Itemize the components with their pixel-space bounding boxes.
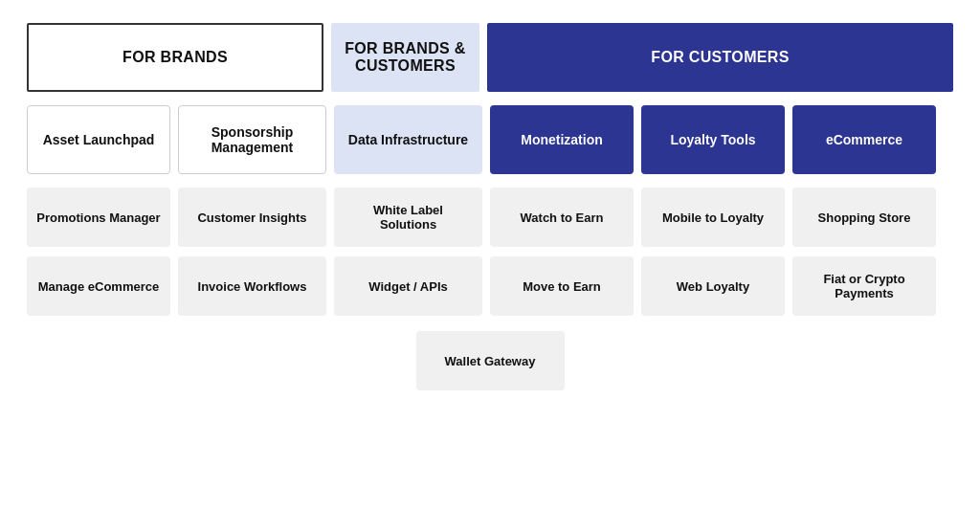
header-brands-customers-label: FOR BRANDS & CUSTOMERS bbox=[343, 40, 468, 75]
sub-invoice-workflows: Invoice Workflows bbox=[178, 256, 326, 316]
sub-widget-apis: Widget / APIs bbox=[334, 256, 482, 316]
sub-manage-ecommerce: Manage eCommerce bbox=[27, 256, 170, 316]
header-customers-label: FOR CUSTOMERS bbox=[651, 49, 789, 66]
sub-row-1: Promotions Manager Customer Insights Whi… bbox=[27, 188, 953, 247]
sub-watch-to-earn: Watch to Earn bbox=[490, 188, 634, 247]
category-sponsorship-management: Sponsorship Management bbox=[178, 105, 326, 174]
header-row: FOR BRANDS FOR BRANDS & CUSTOMERS FOR CU… bbox=[27, 23, 953, 92]
header-brands-label: FOR BRANDS bbox=[122, 49, 228, 66]
header-customers: FOR CUSTOMERS bbox=[487, 23, 953, 92]
header-brands: FOR BRANDS bbox=[27, 23, 323, 92]
sub-wallet-gateway: Wallet Gateway bbox=[416, 331, 565, 390]
sub-fiat-crypto-payments: Fiat or Crypto Payments bbox=[792, 256, 936, 316]
wallet-row: Wallet Gateway bbox=[27, 331, 953, 390]
category-row: Asset Launchpad Sponsorship Management D… bbox=[27, 105, 953, 174]
category-loyalty-tools: Loyalty Tools bbox=[641, 105, 785, 174]
sub-shopping-store: Shopping Store bbox=[792, 188, 936, 247]
header-brands-customers: FOR BRANDS & CUSTOMERS bbox=[331, 23, 479, 92]
sub-customer-insights: Customer Insights bbox=[178, 188, 326, 247]
sub-web-loyalty: Web Loyalty bbox=[641, 256, 785, 316]
category-monetization: Monetization bbox=[490, 105, 634, 174]
sub-white-label-solutions: White Label Solutions bbox=[334, 188, 482, 247]
sub-move-to-earn: Move to Earn bbox=[490, 256, 634, 316]
category-data-infrastructure: Data Infrastructure bbox=[334, 105, 482, 174]
sub-row-2: Manage eCommerce Invoice Workflows Widge… bbox=[27, 256, 953, 316]
sub-mobile-to-loyalty: Mobile to Loyalty bbox=[641, 188, 785, 247]
diagram-container: FOR BRANDS FOR BRANDS & CUSTOMERS FOR CU… bbox=[0, 0, 980, 510]
category-ecommerce: eCommerce bbox=[792, 105, 936, 174]
sub-promotions-manager: Promotions Manager bbox=[27, 188, 170, 247]
category-asset-launchpad: Asset Launchpad bbox=[27, 105, 170, 174]
